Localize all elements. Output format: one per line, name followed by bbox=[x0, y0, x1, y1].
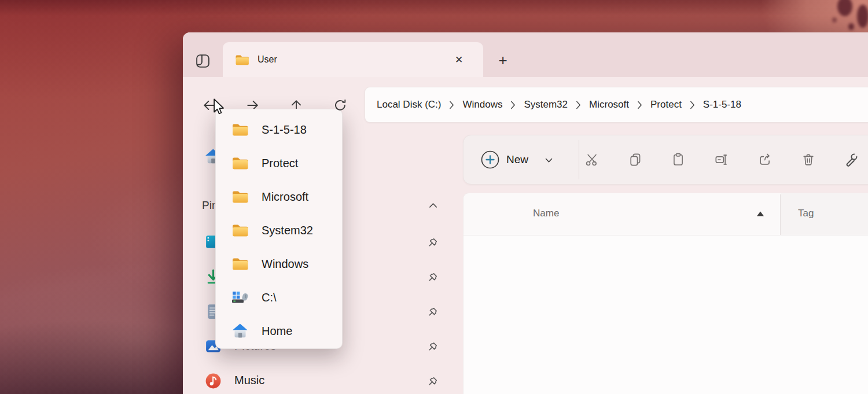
history-item-label: System32 bbox=[262, 224, 313, 237]
column-header-row: Name Tag bbox=[464, 193, 868, 235]
history-item-label: Protect bbox=[262, 157, 298, 170]
chevron-right-icon bbox=[449, 101, 454, 109]
breadcrumb[interactable]: Local Disk (C:) Windows System32 Microso… bbox=[365, 87, 868, 123]
history-menu-item[interactable]: System32 bbox=[216, 213, 342, 247]
history-dropdown-menu: S-1-5-18 Protect Microsoft System32 Wind… bbox=[215, 109, 343, 349]
history-menu-item[interactable]: Windows bbox=[216, 247, 342, 281]
rename-button[interactable] bbox=[709, 147, 734, 172]
column-header-name[interactable]: Name bbox=[533, 208, 559, 219]
file-list-empty-area[interactable] bbox=[464, 235, 868, 394]
this-pc-icon bbox=[231, 288, 249, 307]
toolbar: New bbox=[463, 135, 868, 185]
folder-icon bbox=[231, 255, 249, 273]
share-icon bbox=[757, 152, 773, 167]
wallpaper-spot bbox=[857, 5, 868, 28]
folder-icon bbox=[231, 221, 249, 240]
history-menu-item[interactable]: C:\ bbox=[216, 281, 342, 314]
history-item-label: Windows bbox=[262, 257, 308, 271]
chevron-right-icon bbox=[576, 101, 581, 109]
close-icon: ✕ bbox=[455, 54, 463, 66]
titlebar[interactable]: User ✕ + bbox=[183, 32, 868, 77]
chevron-right-icon bbox=[637, 101, 642, 109]
new-tab-button[interactable]: + bbox=[492, 50, 513, 71]
panel-toggle-icon bbox=[195, 53, 211, 69]
chevron-up-icon bbox=[429, 202, 437, 208]
toggle-sidebar-button[interactable] bbox=[190, 49, 215, 72]
new-button-label: New bbox=[506, 153, 528, 166]
folder-icon bbox=[234, 52, 250, 68]
sidebar-item-music[interactable]: Music bbox=[234, 374, 264, 387]
chevron-right-icon bbox=[510, 101, 516, 109]
copy-button[interactable] bbox=[623, 147, 648, 172]
breadcrumb-item[interactable]: S-1-5-18 bbox=[703, 99, 741, 111]
pin-icon bbox=[428, 271, 438, 282]
unpin-documents-button[interactable] bbox=[425, 304, 440, 319]
history-item-label: Microsoft bbox=[262, 190, 308, 204]
copy-icon bbox=[628, 152, 643, 167]
unpin-music-button[interactable] bbox=[425, 373, 440, 388]
mouse-cursor bbox=[213, 98, 228, 117]
folder-icon bbox=[231, 120, 249, 139]
share-button[interactable] bbox=[752, 147, 778, 172]
wallpaper-spot bbox=[832, 17, 837, 23]
tag-column-header-bg bbox=[781, 193, 868, 235]
wallpaper-spot bbox=[837, 0, 852, 16]
history-menu-item[interactable]: Home bbox=[216, 314, 342, 348]
folder-icon bbox=[231, 187, 249, 206]
chevron-right-icon bbox=[690, 101, 695, 109]
tab-title: User bbox=[258, 54, 277, 65]
collapse-pinned-button[interactable] bbox=[426, 198, 440, 212]
paste-icon bbox=[671, 152, 686, 167]
breadcrumb-item[interactable]: Local Disk (C:) bbox=[377, 99, 441, 111]
wrench-icon bbox=[844, 152, 859, 168]
refresh-icon bbox=[333, 98, 347, 112]
wallpaper-spot bbox=[848, 23, 854, 30]
history-menu-item[interactable]: Protect bbox=[216, 146, 342, 180]
delete-button[interactable] bbox=[796, 147, 821, 172]
breadcrumb-item[interactable]: Microsoft bbox=[589, 99, 629, 111]
history-menu-item[interactable]: Microsoft bbox=[216, 180, 342, 213]
cut-button[interactable] bbox=[579, 147, 605, 172]
refresh-button[interactable] bbox=[330, 95, 350, 115]
unpin-pictures-button[interactable] bbox=[425, 338, 440, 354]
sort-ascending-icon[interactable] bbox=[756, 211, 764, 217]
tools-button[interactable] bbox=[838, 147, 864, 172]
file-explorer-window: User ✕ + bbox=[183, 32, 868, 394]
delete-icon bbox=[801, 152, 816, 167]
pin-icon bbox=[428, 237, 438, 247]
desktop-wallpaper: User ✕ + bbox=[0, 0, 868, 394]
rename-icon bbox=[714, 152, 729, 167]
history-item-label: S-1-5-18 bbox=[262, 123, 307, 137]
add-circle-icon bbox=[481, 150, 499, 169]
pin-icon bbox=[428, 341, 438, 351]
close-tab-button[interactable]: ✕ bbox=[450, 50, 468, 69]
music-icon[interactable] bbox=[204, 371, 223, 391]
file-list-panel: Name Tag bbox=[463, 193, 868, 394]
unpin-desktop-button[interactable] bbox=[425, 234, 440, 249]
history-item-label: Home bbox=[262, 325, 292, 338]
column-divider[interactable] bbox=[780, 194, 781, 235]
pin-icon bbox=[428, 375, 438, 386]
tab-user[interactable]: User ✕ bbox=[223, 42, 483, 77]
cut-icon bbox=[584, 152, 599, 167]
folder-icon bbox=[231, 154, 249, 172]
unpin-downloads-button[interactable] bbox=[425, 269, 440, 284]
history-item-label: C:\ bbox=[262, 291, 277, 304]
breadcrumb-item[interactable]: Windows bbox=[462, 99, 502, 111]
pin-icon bbox=[428, 306, 438, 316]
paste-button[interactable] bbox=[665, 147, 691, 172]
breadcrumb-item[interactable]: System32 bbox=[524, 99, 568, 111]
breadcrumb-item[interactable]: Protect bbox=[650, 99, 682, 111]
history-menu-item[interactable]: S-1-5-18 bbox=[216, 113, 342, 146]
column-header-tag[interactable]: Tag bbox=[798, 208, 814, 219]
home-icon bbox=[231, 322, 249, 340]
plus-icon: + bbox=[498, 51, 507, 69]
chevron-down-icon bbox=[545, 158, 553, 163]
